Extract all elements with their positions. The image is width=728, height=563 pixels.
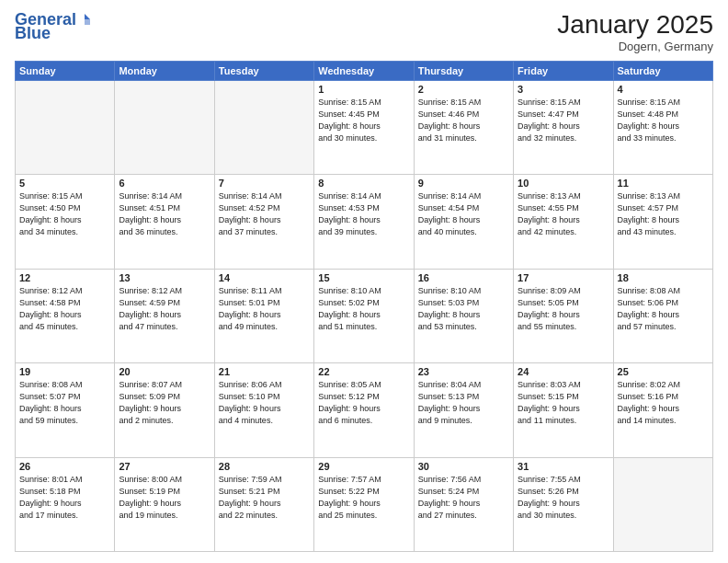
day-number: 21 <box>219 366 310 377</box>
day-number: 8 <box>318 178 409 189</box>
day-info: Sunrise: 8:09 AM Sunset: 5:05 PM Dayligh… <box>518 285 609 333</box>
day-cell: 8Sunrise: 8:14 AM Sunset: 4:53 PM Daylig… <box>314 175 414 269</box>
day-cell: 24Sunrise: 8:03 AM Sunset: 5:15 PM Dayli… <box>514 363 613 457</box>
day-number: 7 <box>219 178 310 189</box>
weekday-friday: Friday <box>514 61 613 80</box>
day-number: 11 <box>618 178 709 189</box>
day-info: Sunrise: 8:14 AM Sunset: 4:53 PM Dayligh… <box>318 190 409 238</box>
day-info: Sunrise: 8:05 AM Sunset: 5:12 PM Dayligh… <box>318 379 409 427</box>
day-number: 20 <box>119 366 210 377</box>
day-cell: 4Sunrise: 8:15 AM Sunset: 4:48 PM Daylig… <box>613 80 712 174</box>
day-cell: 13Sunrise: 8:12 AM Sunset: 4:59 PM Dayli… <box>115 269 214 362</box>
day-info: Sunrise: 8:13 AM Sunset: 4:57 PM Dayligh… <box>618 190 709 238</box>
day-number: 17 <box>518 272 609 283</box>
weekday-saturday: Saturday <box>613 61 712 80</box>
weekday-tuesday: Tuesday <box>214 61 313 80</box>
day-number: 18 <box>618 272 709 283</box>
day-number: 14 <box>219 272 310 283</box>
day-number: 4 <box>618 84 709 95</box>
weekday-thursday: Thursday <box>414 61 513 80</box>
day-cell <box>214 80 313 174</box>
day-cell: 12Sunrise: 8:12 AM Sunset: 4:58 PM Dayli… <box>16 269 115 362</box>
day-number: 26 <box>19 461 110 472</box>
day-info: Sunrise: 8:14 AM Sunset: 4:54 PM Dayligh… <box>418 190 509 238</box>
page: General Blue January 2025 Dogern, German… <box>0 0 728 563</box>
day-number: 19 <box>19 366 110 377</box>
day-info: Sunrise: 8:02 AM Sunset: 5:16 PM Dayligh… <box>618 379 709 427</box>
week-row-2: 12Sunrise: 8:12 AM Sunset: 4:58 PM Dayli… <box>16 269 713 362</box>
title-block: January 2025 Dogern, Germany <box>557 11 713 53</box>
week-row-0: 1Sunrise: 8:15 AM Sunset: 4:45 PM Daylig… <box>16 80 713 174</box>
day-number: 15 <box>318 272 409 283</box>
day-cell: 31Sunrise: 7:55 AM Sunset: 5:26 PM Dayli… <box>514 457 613 551</box>
day-info: Sunrise: 8:03 AM Sunset: 5:15 PM Dayligh… <box>518 379 609 427</box>
day-number: 1 <box>318 84 409 95</box>
day-cell: 14Sunrise: 8:11 AM Sunset: 5:01 PM Dayli… <box>214 269 313 362</box>
day-number: 5 <box>19 178 110 189</box>
day-cell: 3Sunrise: 8:15 AM Sunset: 4:47 PM Daylig… <box>514 80 613 174</box>
day-info: Sunrise: 8:15 AM Sunset: 4:45 PM Dayligh… <box>318 97 409 144</box>
week-row-3: 19Sunrise: 8:08 AM Sunset: 5:07 PM Dayli… <box>16 363 713 457</box>
day-cell: 2Sunrise: 8:15 AM Sunset: 4:46 PM Daylig… <box>414 80 513 174</box>
day-info: Sunrise: 8:08 AM Sunset: 5:07 PM Dayligh… <box>19 379 110 427</box>
day-cell: 23Sunrise: 8:04 AM Sunset: 5:13 PM Dayli… <box>414 363 513 457</box>
weekday-wednesday: Wednesday <box>314 61 414 80</box>
day-info: Sunrise: 7:59 AM Sunset: 5:21 PM Dayligh… <box>219 474 310 522</box>
day-cell: 25Sunrise: 8:02 AM Sunset: 5:16 PM Dayli… <box>613 363 712 457</box>
day-cell: 17Sunrise: 8:09 AM Sunset: 5:05 PM Dayli… <box>514 269 613 362</box>
weekday-monday: Monday <box>115 61 214 80</box>
day-number: 24 <box>518 366 609 377</box>
day-number: 25 <box>618 366 709 377</box>
day-cell: 16Sunrise: 8:10 AM Sunset: 5:03 PM Dayli… <box>414 269 513 362</box>
day-number: 30 <box>418 461 509 472</box>
day-cell: 27Sunrise: 8:00 AM Sunset: 5:19 PM Dayli… <box>115 457 214 551</box>
day-cell: 29Sunrise: 7:57 AM Sunset: 5:22 PM Dayli… <box>314 457 414 551</box>
day-number: 22 <box>318 366 409 377</box>
day-info: Sunrise: 7:57 AM Sunset: 5:22 PM Dayligh… <box>318 474 409 522</box>
day-cell <box>613 457 712 551</box>
week-row-1: 5Sunrise: 8:15 AM Sunset: 4:50 PM Daylig… <box>16 175 713 269</box>
day-cell: 18Sunrise: 8:08 AM Sunset: 5:06 PM Dayli… <box>613 269 712 362</box>
day-number: 3 <box>518 84 609 95</box>
calendar-table: SundayMondayTuesdayWednesdayThursdayFrid… <box>15 61 713 552</box>
day-info: Sunrise: 7:55 AM Sunset: 5:26 PM Dayligh… <box>518 474 609 522</box>
day-cell: 26Sunrise: 8:01 AM Sunset: 5:18 PM Dayli… <box>16 457 115 551</box>
day-info: Sunrise: 8:07 AM Sunset: 5:09 PM Dayligh… <box>119 379 210 427</box>
day-cell: 1Sunrise: 8:15 AM Sunset: 4:45 PM Daylig… <box>314 80 414 174</box>
day-number: 6 <box>119 178 210 189</box>
day-info: Sunrise: 7:56 AM Sunset: 5:24 PM Dayligh… <box>418 474 509 522</box>
day-number: 28 <box>219 461 310 472</box>
day-info: Sunrise: 8:12 AM Sunset: 4:58 PM Dayligh… <box>19 285 110 333</box>
day-cell: 20Sunrise: 8:07 AM Sunset: 5:09 PM Dayli… <box>115 363 214 457</box>
day-info: Sunrise: 8:14 AM Sunset: 4:52 PM Dayligh… <box>219 190 310 238</box>
day-cell: 11Sunrise: 8:13 AM Sunset: 4:57 PM Dayli… <box>613 175 712 269</box>
svg-marker-1 <box>85 19 90 25</box>
day-number: 16 <box>418 272 509 283</box>
month-title: January 2025 <box>557 11 713 40</box>
day-cell: 15Sunrise: 8:10 AM Sunset: 5:02 PM Dayli… <box>314 269 414 362</box>
day-info: Sunrise: 8:01 AM Sunset: 5:18 PM Dayligh… <box>19 474 110 522</box>
day-cell <box>115 80 214 174</box>
day-cell: 6Sunrise: 8:14 AM Sunset: 4:51 PM Daylig… <box>115 175 214 269</box>
day-info: Sunrise: 8:11 AM Sunset: 5:01 PM Dayligh… <box>219 285 310 333</box>
weekday-header-row: SundayMondayTuesdayWednesdayThursdayFrid… <box>16 61 713 80</box>
day-cell: 7Sunrise: 8:14 AM Sunset: 4:52 PM Daylig… <box>214 175 313 269</box>
day-cell: 30Sunrise: 7:56 AM Sunset: 5:24 PM Dayli… <box>414 457 513 551</box>
day-number: 9 <box>418 178 509 189</box>
logo-icon <box>77 12 92 27</box>
day-info: Sunrise: 8:10 AM Sunset: 5:02 PM Dayligh… <box>318 285 409 333</box>
day-info: Sunrise: 8:08 AM Sunset: 5:06 PM Dayligh… <box>618 285 709 333</box>
day-number: 13 <box>119 272 210 283</box>
day-info: Sunrise: 8:13 AM Sunset: 4:55 PM Dayligh… <box>518 190 609 238</box>
day-info: Sunrise: 8:12 AM Sunset: 4:59 PM Dayligh… <box>119 285 210 333</box>
logo-blue: Blue <box>15 24 51 43</box>
day-cell: 9Sunrise: 8:14 AM Sunset: 4:54 PM Daylig… <box>414 175 513 269</box>
day-info: Sunrise: 8:15 AM Sunset: 4:48 PM Dayligh… <box>618 97 709 144</box>
day-number: 10 <box>518 178 609 189</box>
day-info: Sunrise: 8:06 AM Sunset: 5:10 PM Dayligh… <box>219 379 310 427</box>
day-info: Sunrise: 8:14 AM Sunset: 4:51 PM Dayligh… <box>119 190 210 238</box>
day-cell: 21Sunrise: 8:06 AM Sunset: 5:10 PM Dayli… <box>214 363 313 457</box>
location: Dogern, Germany <box>557 40 713 53</box>
day-cell: 22Sunrise: 8:05 AM Sunset: 5:12 PM Dayli… <box>314 363 414 457</box>
day-info: Sunrise: 8:15 AM Sunset: 4:47 PM Dayligh… <box>518 97 609 144</box>
